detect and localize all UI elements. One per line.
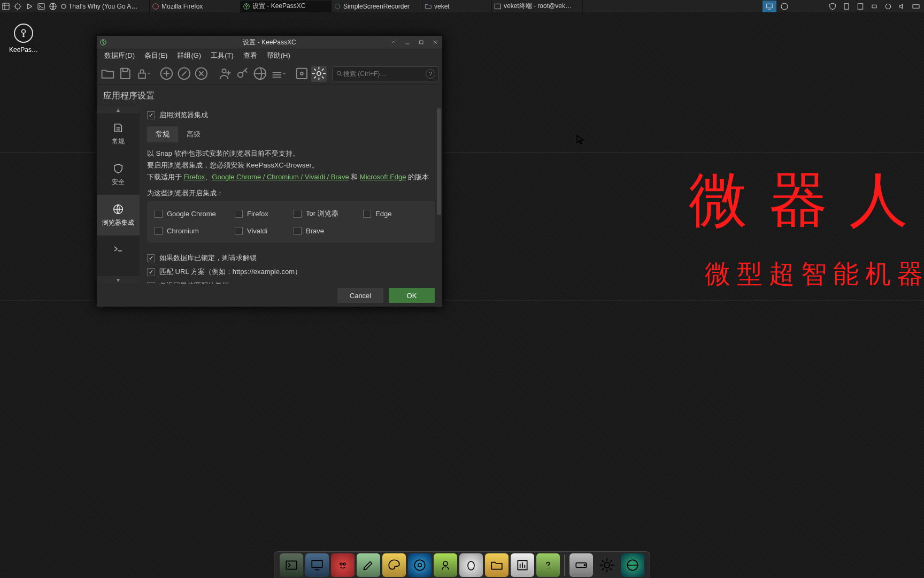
search-input[interactable] [343,70,424,78]
checkbox-brave[interactable] [294,227,302,235]
note-text: 的版本 [406,173,429,181]
settings-content: 启用浏览器集成 常规 高级 以 Snap 软件包形式安装的浏览器目前不受支持。 … [140,106,442,284]
tray-keepass-icon[interactable] [779,1,790,12]
dock-office-icon[interactable] [511,553,534,577]
titlebar[interactable]: 设置 - KeePassXC [97,36,442,49]
window-keep-above-button[interactable] [387,36,401,49]
svg-point-31 [337,71,341,75]
link-chrome[interactable]: Google Chrome / Chromium / Vivaldi / Bra… [212,173,349,181]
dock-terminal-icon[interactable] [280,553,303,577]
tray-shield-icon[interactable] [827,1,838,12]
password-generator-icon[interactable] [294,66,310,82]
tray-monitor-icon[interactable] [763,1,776,12]
menu-icon[interactable] [0,1,12,12]
checkbox-edge[interactable] [363,210,371,218]
dock-linux-icon[interactable] [459,553,483,577]
checkbox-enable-browser[interactable] [147,111,155,119]
menu-help[interactable]: 帮助(H) [263,49,295,62]
sidebar-item-security[interactable]: 安全 [97,154,140,195]
task-terminal[interactable]: veket终端 - root@vek… [492,1,583,12]
sidebar-item-ssh[interactable] [97,235,140,262]
sidebar-scroll-down[interactable]: ▾ [97,276,140,284]
settings-icon[interactable] [311,66,327,82]
link-firefox[interactable]: Firefox [184,173,205,181]
sidebar-item-label: 安全 [112,178,125,187]
dock-globe-icon[interactable] [621,553,644,577]
play-icon[interactable] [24,1,35,12]
delete-icon[interactable] [194,66,209,82]
dock-brightness-icon[interactable] [595,553,619,577]
task-ssr[interactable]: SimpleScreenRecorder [332,1,422,12]
save-icon[interactable] [118,66,133,82]
tray-note-icon[interactable] [854,1,866,12]
checkbox-scheme[interactable] [147,268,155,276]
user-icon[interactable] [218,66,233,82]
task-music[interactable]: That's Why (You Go A… [59,1,150,12]
url-icon[interactable] [252,66,268,82]
scrollbar[interactable] [437,108,441,215]
checkbox-tor[interactable] [294,210,302,218]
task-keepass[interactable]: 设置 - KeePassXC [241,1,332,12]
tray-keyboard-icon[interactable] [910,1,922,12]
edit-icon[interactable] [176,66,192,82]
task-label: SimpleScreenRecorder [343,3,410,10]
sidebar-scroll-up[interactable]: ▴ [97,106,140,113]
search-box[interactable]: ? [332,66,439,81]
wallpaper-subtitle: 微型超智能机器 [705,257,924,291]
tray-volume-icon[interactable] [896,1,908,12]
dock-paint-icon[interactable] [382,553,406,577]
open-icon[interactable] [100,66,116,82]
window-close-button[interactable] [428,36,442,49]
ok-button[interactable]: OK [389,288,435,303]
dialog-footer: Cancel OK [97,284,442,307]
sidebar-item-general[interactable]: 常规 [97,113,140,154]
task-firefox[interactable]: Mozilla Firefox [150,1,241,12]
section-title: 为这些浏览器开启集成： [147,188,435,198]
dock-media-icon[interactable] [408,553,432,577]
lock-icon[interactable] [135,66,151,82]
dock-files-icon[interactable] [485,553,509,577]
menu-group[interactable]: 群组(G) [173,49,205,62]
checkbox-best-match[interactable] [147,282,155,284]
dock-drive-icon[interactable] [569,553,593,577]
menu-tools[interactable]: 工具(T) [206,49,238,62]
add-icon[interactable] [159,66,174,82]
link-edge[interactable]: Microsoft Edge [360,173,406,181]
checkbox-chrome[interactable] [155,210,163,218]
tray-clipboard-icon[interactable] [841,1,852,12]
dock-editor-icon[interactable] [357,553,380,577]
menu-view[interactable]: 查看 [239,49,261,62]
tab-advanced[interactable]: 高级 [178,126,209,142]
tray-battery-icon[interactable] [868,1,880,12]
svg-point-7 [245,4,248,6]
tab-general[interactable]: 常规 [147,126,178,142]
search-help-icon[interactable]: ? [426,69,435,79]
checkbox-chromium[interactable] [155,227,163,235]
svg-point-17 [22,29,26,33]
checkbox-unlock[interactable] [147,254,155,262]
globe-icon[interactable] [47,1,59,12]
dock-display-icon[interactable] [305,553,329,577]
copy-icon[interactable] [270,66,286,82]
task-files[interactable]: veket [422,1,492,12]
page-title: 应用程序设置 [97,85,442,106]
task-label: Mozilla Firefox [161,3,203,10]
dock-help-icon[interactable] [536,553,560,577]
menu-entry[interactable]: 条目(E) [140,49,172,62]
checkbox-vivaldi[interactable] [235,227,243,235]
window-minimize-button[interactable] [401,36,414,49]
sidebar-item-browser[interactable]: 浏览器集成 [97,195,140,235]
desktop-icon-keepass[interactable]: KeePas… [7,24,40,54]
dock [274,551,650,578]
dock-app2-icon[interactable] [434,553,457,577]
dock-app1-icon[interactable] [331,553,355,577]
window-maximize-button[interactable] [414,36,428,49]
key-icon[interactable] [235,66,251,82]
bug-icon[interactable] [12,1,24,12]
menu-database[interactable]: 数据库(D) [100,49,139,62]
terminal-icon[interactable] [35,1,47,12]
note-text: 和 [349,173,360,181]
cancel-button[interactable]: Cancel [337,288,383,303]
tray-record-icon[interactable] [882,1,894,12]
checkbox-firefox[interactable] [235,210,243,218]
